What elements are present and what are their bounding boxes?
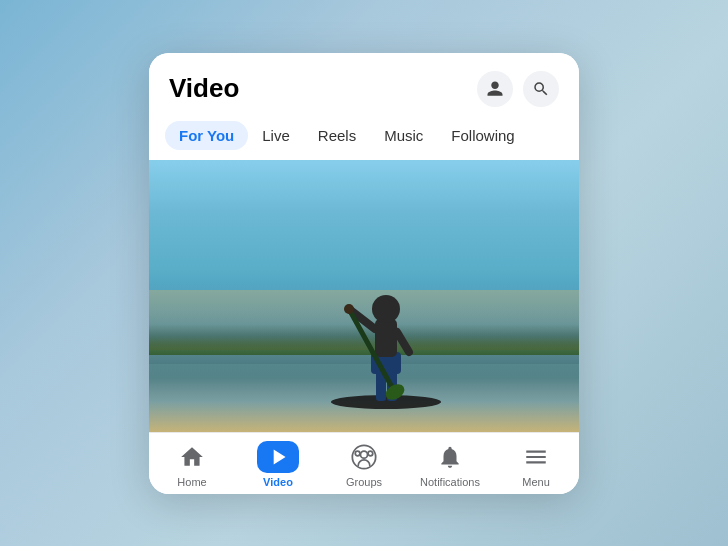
search-icon (532, 80, 550, 98)
video-background (149, 160, 579, 432)
nav-notifications[interactable]: Notifications (420, 441, 480, 488)
phone-card: Video For You Live Reels Music Following (149, 53, 579, 494)
svg-line-6 (397, 332, 409, 352)
home-icon-wrap (171, 441, 213, 473)
header-actions (477, 71, 559, 107)
svg-point-13 (368, 451, 373, 456)
menu-icon-wrap (515, 441, 557, 473)
video-icon-wrap (257, 441, 299, 473)
svg-point-7 (372, 295, 400, 323)
nav-menu-label: Menu (522, 476, 550, 488)
svg-point-14 (355, 451, 360, 456)
video-nav-icon (265, 444, 291, 470)
nav-notifications-label: Notifications (420, 476, 480, 488)
svg-rect-4 (375, 319, 397, 357)
bottom-navigation: Home Video Groups (149, 432, 579, 494)
video-player[interactable] (149, 160, 579, 432)
groups-icon (350, 443, 378, 471)
tab-for-you[interactable]: For You (165, 121, 248, 150)
nav-video[interactable]: Video (248, 441, 308, 488)
tab-live[interactable]: Live (248, 121, 304, 150)
bell-icon-wrap (429, 441, 471, 473)
tab-music[interactable]: Music (370, 121, 437, 150)
app-header: Video (149, 53, 579, 117)
svg-point-11 (352, 445, 375, 468)
paddleboarder-silhouette (321, 214, 451, 414)
menu-icon (523, 444, 549, 470)
nav-groups[interactable]: Groups (334, 441, 394, 488)
profile-button[interactable] (477, 71, 513, 107)
nav-groups-label: Groups (346, 476, 382, 488)
tab-following[interactable]: Following (437, 121, 528, 150)
nav-home[interactable]: Home (162, 441, 222, 488)
person-icon (486, 80, 504, 98)
nav-home-label: Home (177, 476, 206, 488)
svg-point-12 (361, 451, 368, 458)
tab-reels[interactable]: Reels (304, 121, 370, 150)
page-title: Video (169, 73, 239, 104)
tab-bar: For You Live Reels Music Following (149, 117, 579, 160)
svg-point-10 (344, 304, 354, 314)
home-icon (179, 444, 205, 470)
nav-video-label: Video (263, 476, 293, 488)
paddleboarder-svg (321, 214, 451, 414)
groups-icon-wrap (343, 441, 385, 473)
search-button[interactable] (523, 71, 559, 107)
nav-menu[interactable]: Menu (506, 441, 566, 488)
bell-icon (437, 444, 463, 470)
